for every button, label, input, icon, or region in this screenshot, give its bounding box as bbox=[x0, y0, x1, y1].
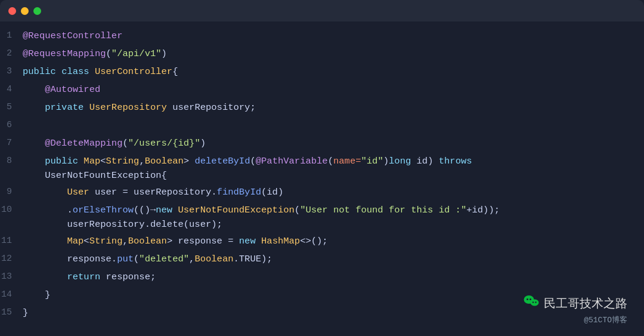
code-line-3: 3 public class UserController{ bbox=[0, 63, 644, 81]
line-content: @RequestMapping("/api/v1") bbox=[23, 47, 644, 61]
line-content: @RequestController bbox=[23, 29, 644, 43]
line-number: 9 bbox=[0, 185, 23, 199]
code-line-9: 9 User user = userRepository.findById(id… bbox=[0, 184, 644, 202]
line-number: 14 bbox=[0, 288, 23, 301]
code-line-6: 6 bbox=[0, 117, 644, 135]
line-number: 4 bbox=[0, 82, 23, 96]
watermark: 民工哥技术之路 @51CTO博客 bbox=[524, 294, 627, 325]
code-line-10: 10 .orElseThrow(()→new UserNotFoundExcep… bbox=[0, 202, 644, 233]
line-number: 6 bbox=[0, 118, 23, 132]
code-line-5: 5 private UserRepository userRepository; bbox=[0, 99, 644, 117]
wechat-icon bbox=[524, 294, 539, 313]
line-number: 1 bbox=[0, 29, 23, 42]
line-continuation: userRepository.delete(user); bbox=[23, 217, 222, 232]
code-line-12: 12 response.put("deleted",Boolean.TRUE); bbox=[0, 251, 644, 269]
line-number: 3 bbox=[0, 64, 23, 78]
watermark-sub: @51CTO博客 bbox=[584, 315, 627, 325]
line-number: 8 bbox=[0, 154, 23, 168]
maximize-button[interactable] bbox=[33, 7, 41, 15]
line-number: 15 bbox=[0, 306, 23, 319]
line-content: public Map<String,Boolean> deleteById(@P… bbox=[23, 154, 644, 168]
close-button[interactable] bbox=[8, 7, 16, 15]
code-line-13: 13 return response; bbox=[0, 269, 644, 286]
titlebar bbox=[0, 0, 644, 21]
line-content: Map<String,Boolean> response = new HashM… bbox=[23, 234, 644, 248]
line-number: 13 bbox=[0, 270, 23, 283]
svg-point-2 bbox=[527, 298, 528, 300]
line-content: public class UserController{ bbox=[23, 64, 644, 79]
line-content: @Autowired bbox=[23, 82, 644, 97]
line-number: 7 bbox=[0, 136, 23, 150]
line-content: response.put("deleted",Boolean.TRUE); bbox=[23, 252, 644, 266]
line-content: User user = userRepository.findById(id) bbox=[23, 185, 644, 199]
line-content: return response; bbox=[23, 270, 644, 284]
window: 1 @RequestController 2 @RequestMapping("… bbox=[0, 0, 644, 336]
code-line-7: 7 @DeleteMapping("/users/{id}") bbox=[0, 135, 644, 153]
code-editor: 1 @RequestController 2 @RequestMapping("… bbox=[0, 21, 644, 336]
code-line-2: 2 @RequestMapping("/api/v1") bbox=[0, 45, 644, 63]
brand-text: 民工哥技术之路 bbox=[544, 295, 627, 312]
svg-point-5 bbox=[535, 301, 536, 303]
code-line-1: 1 @RequestController bbox=[0, 27, 644, 45]
code-line-8: 8 public Map<String,Boolean> deleteById(… bbox=[0, 153, 644, 184]
watermark-brand: 民工哥技术之路 bbox=[524, 294, 627, 313]
line-number: 11 bbox=[0, 234, 23, 248]
line-content: private UserRepository userRepository; bbox=[23, 100, 644, 115]
svg-point-1 bbox=[531, 300, 539, 306]
code-line-11: 11 Map<String,Boolean> response = new Ha… bbox=[0, 233, 644, 251]
line-number: 5 bbox=[0, 100, 23, 114]
svg-point-3 bbox=[530, 298, 531, 300]
svg-point-4 bbox=[532, 301, 534, 303]
line-number: 2 bbox=[0, 47, 23, 60]
code-line-4: 4 @Autowired bbox=[0, 81, 644, 99]
line-content: .orElseThrow(()→new UserNotFoundExceptio… bbox=[23, 203, 644, 217]
line-number: 10 bbox=[0, 203, 23, 217]
line-number: 12 bbox=[0, 252, 23, 266]
minimize-button[interactable] bbox=[21, 7, 29, 15]
line-continuation: UserNotFountException{ bbox=[23, 168, 167, 183]
line-content: @DeleteMapping("/users/{id}") bbox=[23, 136, 644, 150]
